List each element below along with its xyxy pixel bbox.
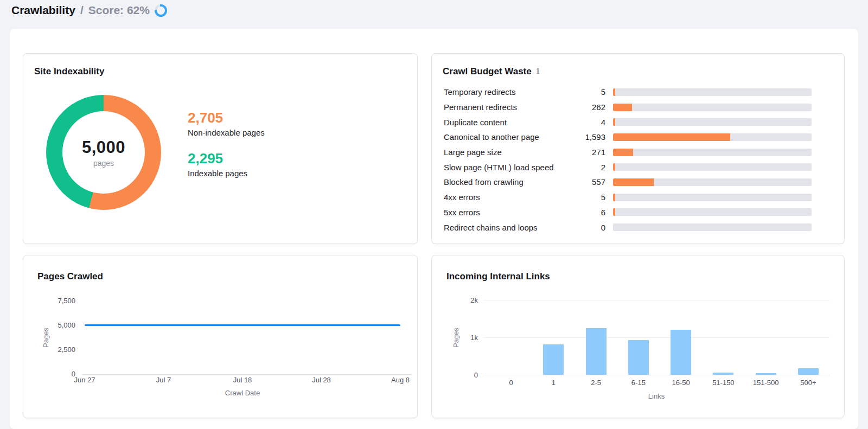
score-label: Score: 62%: [88, 4, 150, 17]
issue-bar-track: [613, 163, 812, 171]
x-tick-label: 2-5: [575, 379, 617, 387]
y-axis-name: Pages: [42, 316, 50, 360]
x-tick-label: 6-15: [617, 379, 660, 387]
bar-slot: [490, 300, 532, 375]
bar-slot: [617, 300, 660, 375]
issue-bar-track: [613, 88, 812, 96]
issue-bar-fill: [613, 104, 632, 111]
indexable-label: Indexable pages: [188, 169, 265, 178]
issue-bar-fill: [613, 178, 654, 186]
y-tick-2500: 2,500: [48, 345, 75, 354]
issue-label: Redirect chains and loops: [444, 223, 557, 232]
x-axis-line: [483, 375, 829, 375]
crawl-budget-row: Blocked from crawling557: [444, 175, 812, 190]
issue-bar-track: [613, 149, 812, 156]
issue-count: 2: [557, 163, 605, 172]
pages-crawled-x-labels: Jun 27Jul 7Jul 18Jul 28Aug 8: [85, 376, 400, 385]
crawl-budget-row: 5xx errors6: [444, 205, 812, 220]
links-bar: [713, 373, 733, 375]
issue-bar-fill: [613, 194, 615, 201]
issue-label: Slow page (HTML) load speed: [444, 163, 557, 172]
issue-bar-fill: [613, 163, 615, 171]
y-tick-0: 0: [48, 370, 75, 378]
issue-count: 5: [557, 193, 605, 202]
title-separator: /: [80, 4, 84, 17]
non-indexable-label: Non-indexable pages: [188, 128, 265, 137]
incoming-links-x-labels: 012-56-1516-5051-150151-500500+: [483, 379, 829, 387]
issue-label: 5xx errors: [444, 208, 557, 217]
pages-crawled-line-series: [85, 324, 400, 326]
issue-count: 4: [557, 118, 605, 127]
x-tick-label: Jul 7: [156, 376, 171, 384]
y-tick-2k: 2k: [462, 296, 478, 304]
y-tick-0: 0: [462, 371, 478, 379]
x-tick-label: 0: [490, 379, 532, 387]
x-tick-label: Jul 28: [312, 376, 331, 384]
bar-slot: [787, 300, 829, 375]
issue-label: Permanent redirects: [444, 103, 557, 112]
issue-count: 557: [557, 177, 605, 187]
incoming-internal-links-panel: Incoming Internal Links 2k 1k 0 Pages 01…: [431, 255, 845, 418]
crawl-budget-waste-panel: Crawl Budget Wastei Temporary redirects5…: [431, 53, 845, 244]
indexable-count: 2,295: [188, 150, 265, 167]
issue-count: 262: [557, 103, 605, 112]
issue-bar-track: [613, 133, 812, 141]
x-tick-label: 1: [532, 379, 575, 387]
issue-bar-track: [613, 194, 812, 201]
y-tick-1k: 1k: [462, 334, 478, 342]
donut-total-pages: 5,000: [82, 138, 125, 157]
issue-bar-track: [613, 104, 812, 111]
donut-center: 5,000 pages: [62, 111, 145, 194]
y-tick-7500: 7,500: [48, 297, 75, 305]
dashboard-card: Site Indexability 5,000 pages 2,705 Non-…: [10, 29, 858, 429]
loading-spinner-icon: [155, 4, 167, 17]
pages-crawled-title: Pages Crawled: [37, 271, 103, 282]
bar-slot: [660, 300, 702, 375]
links-bar: [798, 368, 819, 375]
x-axis-line: [82, 374, 411, 375]
links-bar: [756, 373, 776, 375]
x-tick-label: 500+: [787, 379, 829, 387]
issue-bar-fill: [613, 208, 615, 216]
x-axis-name: Links: [483, 392, 829, 400]
issue-bar-track: [613, 178, 812, 186]
issue-label: 4xx errors: [444, 193, 557, 202]
crawl-budget-rows: Temporary redirects5Permanent redirects2…: [444, 85, 812, 235]
issue-bar-track: [613, 118, 812, 126]
crawl-budget-row: Temporary redirects5: [444, 85, 812, 100]
x-axis-name: Crawl Date: [85, 389, 400, 397]
crawl-budget-row: Large page size271: [444, 145, 812, 160]
legend-indexable: 2,295 Indexable pages: [188, 150, 265, 178]
issue-label: Blocked from crawling: [444, 177, 557, 187]
links-bar: [671, 330, 691, 375]
info-icon[interactable]: i: [537, 66, 540, 76]
issue-label: Duplicate content: [444, 118, 557, 127]
x-tick-label: Aug 8: [391, 376, 410, 384]
issue-bar-track: [613, 223, 812, 231]
page-title: Crawlability: [11, 4, 75, 17]
issue-bar-fill: [613, 118, 615, 126]
site-indexability-title: Site Indexability: [34, 66, 104, 77]
x-tick-label: 151-500: [745, 379, 787, 387]
y-tick-5000: 5,000: [48, 321, 75, 329]
crawl-budget-row: Redirect chains and loops0: [444, 220, 812, 235]
issue-bar-fill: [613, 149, 633, 156]
crawl-budget-row: Duplicate content4: [444, 114, 812, 130]
x-tick-label: 16-50: [660, 379, 702, 387]
links-bar: [586, 328, 607, 375]
bar-slot: [702, 300, 744, 375]
donut-unit-label: pages: [93, 159, 114, 168]
legend-non-indexable: 2,705 Non-indexable pages: [188, 110, 265, 137]
crawl-budget-row: Canonical to another page1,593: [444, 130, 812, 145]
issue-bar-track: [613, 208, 812, 216]
issue-count: 6: [557, 208, 605, 217]
x-tick-label: Jun 27: [74, 376, 95, 384]
crawl-budget-title-text: Crawl Budget Waste: [443, 66, 532, 76]
issue-label: Canonical to another page: [444, 132, 557, 142]
issue-count: 271: [557, 148, 605, 157]
crawl-budget-title: Crawl Budget Wastei: [443, 66, 539, 77]
page-header: Crawlability / Score: 62%: [11, 4, 167, 17]
bar-slot: [575, 300, 617, 375]
issue-label: Temporary redirects: [444, 87, 557, 97]
incoming-links-title: Incoming Internal Links: [446, 271, 550, 282]
